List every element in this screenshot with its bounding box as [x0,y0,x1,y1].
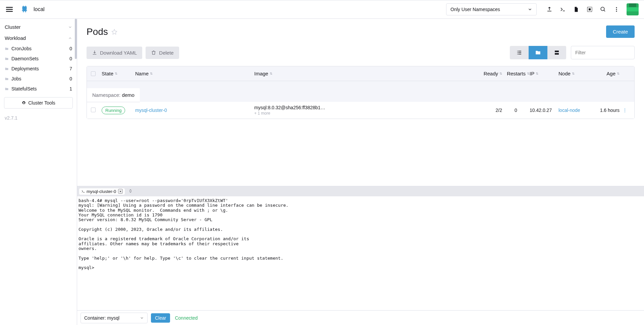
folder-icon [5,67,9,71]
delete-label: Delete [159,50,173,56]
pod-node-link[interactable]: local-node [558,108,580,113]
close-tab-icon[interactable]: ✕ [118,189,123,194]
sidebar-item-statefulsets[interactable]: StatefulSets 1 [0,84,77,94]
column-state[interactable]: State⇅ [102,71,135,76]
delete-button[interactable]: Delete [146,47,179,59]
sidebar-group-label: Cluster [5,24,68,30]
connection-status: Connected [175,315,198,321]
select-all-checkbox[interactable] [91,71,96,76]
view-toggle-group [510,46,566,59]
column-name[interactable]: Name⇅ [135,71,254,76]
sidebar-item-count: 0 [69,46,72,51]
column-age[interactable]: Age⇅ [586,71,620,76]
container-select[interactable]: Container: mysql [80,313,148,323]
sort-icon: ⇅ [150,72,153,75]
table-header-row: State⇅ Name⇅ Image⇅ Ready⇅ Restarts⇅ IP⇅… [87,66,634,81]
folder-icon [5,87,9,91]
row-checkbox[interactable] [91,108,96,112]
filter-input[interactable] [571,46,635,59]
more-menu-icon[interactable] [610,3,623,16]
svg-point-2 [601,7,604,11]
hamburger-icon[interactable] [5,5,13,13]
svg-rect-6 [555,51,559,52]
user-avatar[interactable] [627,3,639,15]
svg-rect-1 [589,8,591,10]
column-ip[interactable]: IP⇅ [530,71,558,76]
sidebar-item-label: Deployments [11,66,69,71]
chevron-up-icon [68,36,72,40]
gear-icon [21,101,26,105]
sort-icon: ⇅ [572,72,575,75]
pods-table: State⇅ Name⇅ Image⇅ Ready⇅ Restarts⇅ IP⇅… [87,66,635,119]
prompt-icon [81,189,85,193]
sidebar-item-deployments[interactable]: Deployments 7 [0,64,77,74]
search-icon[interactable] [596,3,610,16]
column-restarts[interactable]: Restarts⇅ [502,71,530,76]
sidebar-item-count: 7 [69,66,72,71]
view-compact-button[interactable] [547,46,566,59]
terminal-output[interactable]: bash-4.4# mysql --user=root --password='… [77,196,644,310]
download-yaml-label: Download YAML [100,50,137,56]
chevron-down-icon [140,316,144,320]
pod-restarts: 0 [502,108,530,113]
rancher-logo-icon[interactable] [20,5,29,14]
sidebar-group-workload[interactable]: Workload [0,32,77,44]
terminal-tab[interactable]: mysql-cluster-0 ✕ [79,188,125,195]
namespace-group-header: Namespace: demo [87,88,140,102]
page-title: Pods [87,26,108,37]
view-flat-button[interactable] [510,46,529,59]
file-icon[interactable] [570,3,583,16]
trash-icon [151,50,156,55]
sidebar-item-daemonsets[interactable]: DaemonSets 0 [0,54,77,64]
column-image[interactable]: Image⇅ [254,71,479,76]
create-button[interactable]: Create [606,25,635,38]
svg-rect-7 [555,53,559,55]
cluster-tools-label: Cluster Tools [28,100,55,106]
view-namespace-button[interactable] [529,46,547,59]
kubectl-shell-icon[interactable] [556,3,570,16]
column-node[interactable]: Node⇅ [558,71,586,76]
pod-image-more: + 1 more [254,111,479,116]
cluster-tools-button[interactable]: Cluster Tools [4,97,73,109]
version-text: v2.7.1 [0,112,77,124]
sort-icon: ⇅ [499,72,502,75]
import-yaml-icon[interactable] [543,3,556,16]
download-icon [92,50,97,55]
terminal-footer: Container: mysql Clear Connected [77,310,644,325]
sidebar-item-count: 1 [69,86,72,91]
sidebar: Cluster Workload CronJobs 0 DaemonSets 0… [0,19,77,325]
download-yaml-button[interactable]: Download YAML [87,47,142,59]
clear-button[interactable]: Clear [151,313,170,323]
sort-icon: ⇅ [527,72,530,75]
page-content: Pods Create Download YAML Delete [77,19,644,186]
sidebar-item-jobs[interactable]: Jobs 0 [0,74,77,84]
sidebar-item-cronjobs[interactable]: CronJobs 0 [0,44,77,54]
expand-terminal-icon[interactable] [128,189,133,194]
sidebar-group-label: Workload [5,35,68,41]
sort-icon: ⇅ [115,72,117,75]
svg-point-3 [616,7,617,8]
namespace-scope-select[interactable]: Only User Namespaces [446,3,537,15]
sidebar-group-cluster[interactable]: Cluster [0,21,77,32]
star-icon[interactable] [111,29,117,35]
sort-icon: ⇅ [270,72,272,75]
pod-ready: 2/2 [479,108,502,113]
sidebar-item-label: CronJobs [11,46,69,51]
table-row: Running mysql-cluster-0 mysql:8.0.32@sha… [87,102,634,119]
cluster-name[interactable]: local [34,6,45,12]
resource-search-icon[interactable] [583,3,596,16]
row-actions-icon[interactable]: ⋮ [620,108,630,113]
pod-image: mysql:8.0.32@sha256:ff3828b1… [254,105,479,110]
container-select-value: Container: mysql [84,315,140,321]
sidebar-item-label: DaemonSets [11,56,69,61]
column-ready[interactable]: Ready⇅ [479,71,502,76]
pod-name-link[interactable]: mysql-cluster-0 [135,108,167,113]
folder-icon [5,77,9,81]
scrollbar[interactable] [75,19,77,59]
sidebar-item-count: 0 [69,56,72,61]
pod-ip: 10.42.0.27 [530,108,558,113]
sort-icon: ⇅ [536,72,538,75]
top-header: local Only User Namespaces [0,0,644,19]
state-badge: Running [102,107,125,114]
terminal-tab-label: mysql-cluster-0 [87,189,116,194]
